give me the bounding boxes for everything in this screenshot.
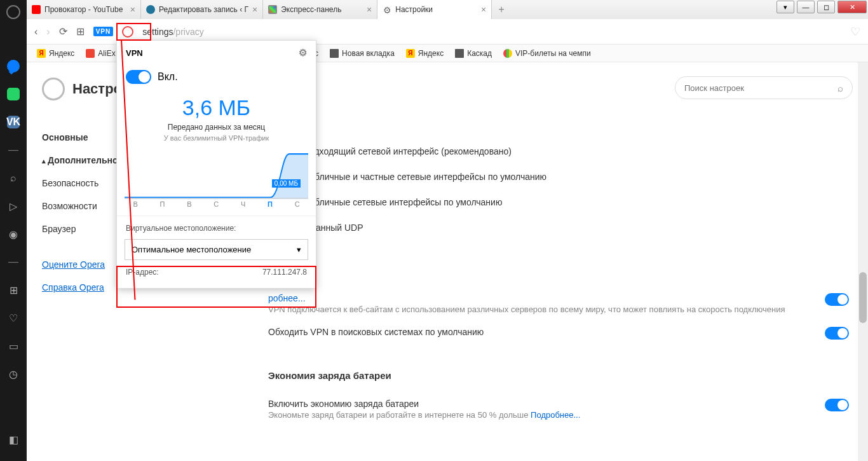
dash-icon: — bbox=[7, 144, 20, 156]
bookmark-heart-icon[interactable]: ♡ bbox=[850, 25, 860, 39]
battery-toggle[interactable] bbox=[825, 399, 849, 411]
gear-icon[interactable]: ⚙ bbox=[299, 47, 307, 58]
bookmark-aliexpress[interactable]: AliEx bbox=[86, 49, 115, 58]
vertical-scrollbar[interactable] bbox=[858, 62, 868, 461]
tab-youtube[interactable]: Провокатор - YouTube × bbox=[27, 0, 141, 19]
vpn-badge[interactable]: VPN bbox=[93, 27, 114, 36]
vpn-ip-row: IP-адрес: 77.111.247.8 bbox=[125, 263, 308, 282]
battery-enable-label: Включить экономию заряда батареи bbox=[268, 399, 825, 409]
speeddial-favicon-icon bbox=[268, 5, 277, 14]
vpn-data-amount: 3,6 МБ bbox=[117, 95, 316, 120]
vpn-unlimited-caption: У вас безлимитный VPN-трафик bbox=[117, 134, 316, 142]
reload-button[interactable]: ⟳ bbox=[59, 25, 67, 38]
url-path-suffix: /privacy bbox=[173, 27, 203, 37]
back-button[interactable]: ‹ bbox=[34, 26, 37, 38]
bookmark-vip[interactable]: VIP-билеты на чемпи bbox=[503, 49, 591, 58]
vpn-chart-zero-label: 0,00 МБ bbox=[272, 179, 301, 188]
tab-close-icon[interactable]: × bbox=[252, 4, 257, 15]
history-icon[interactable]: ◷ bbox=[7, 368, 20, 380]
vk-icon[interactable]: VK bbox=[7, 116, 20, 128]
camera-icon[interactable]: ◉ bbox=[7, 228, 20, 240]
vpn-ip-label: IP-адрес: bbox=[126, 268, 159, 277]
window-controls: ▾ — ◻ ✕ bbox=[775, 0, 868, 14]
wordpress-favicon-icon bbox=[146, 5, 155, 14]
opera-sidebar: VK — ⌕ ▷ ◉ — ⊞ ♡ ▭ ◷ ◧ bbox=[0, 0, 27, 461]
yandex-icon: Я bbox=[406, 49, 415, 58]
play-icon[interactable]: ▷ bbox=[7, 200, 20, 212]
search-input[interactable] bbox=[684, 83, 837, 93]
vpn-usage-chart: 0,00 МБ bbox=[125, 148, 308, 199]
bookmark-kaskad[interactable]: Каскад bbox=[455, 49, 492, 58]
tab-title: Экспресс-панель bbox=[281, 5, 363, 14]
opera-logo-icon bbox=[42, 78, 65, 100]
tab-close-icon[interactable]: × bbox=[481, 4, 486, 15]
url-input[interactable]: settings/privacy bbox=[142, 27, 841, 37]
vpn-ip-value: 77.111.247.8 bbox=[262, 268, 307, 277]
vpn-description: VPN подключается к веб-сайтам с использо… bbox=[268, 305, 825, 314]
tab-speeddial[interactable]: Экспресс-панель × bbox=[263, 0, 377, 19]
chevron-down-icon: ▾ bbox=[297, 245, 301, 254]
opera-site-icon bbox=[122, 26, 133, 38]
url-path: settings bbox=[142, 27, 173, 37]
vpn-on-label: Вкл. bbox=[158, 71, 178, 83]
vpn-toggle[interactable] bbox=[825, 293, 849, 306]
tab-close-icon[interactable]: × bbox=[367, 4, 372, 15]
vpn-bypass-toggle[interactable] bbox=[825, 327, 849, 340]
vpn-popup-title: VPN bbox=[126, 48, 143, 58]
speeddial-button[interactable]: ⊞ bbox=[76, 25, 85, 38]
battery-description: Экономьте заряд батареи и работайте в ин… bbox=[268, 410, 825, 420]
opera-logo-icon[interactable] bbox=[6, 5, 20, 19]
dash-icon: — bbox=[7, 256, 20, 268]
battery-section: Экономия заряда батареи Включить экономи… bbox=[268, 370, 849, 426]
news-icon[interactable]: ▭ bbox=[7, 340, 20, 352]
heart-icon[interactable]: ♡ bbox=[7, 312, 20, 324]
vpn-popup: VPN ⚙ Вкл. 3,6 МБ Передано данных за мес… bbox=[116, 40, 316, 289]
webrtc-option[interactable]: ь только публичные сетевые интерфейсы по… bbox=[268, 189, 849, 215]
yandex-icon: Я bbox=[37, 49, 46, 58]
forward-button[interactable]: › bbox=[46, 26, 50, 38]
tab-close-icon[interactable]: × bbox=[130, 4, 135, 15]
settings-search[interactable]: ⌕ bbox=[675, 76, 853, 99]
youtube-favicon-icon bbox=[32, 5, 41, 14]
webrtc-option[interactable]: ь любой подходящий сетевой интерфейс (ре… bbox=[268, 139, 849, 164]
vpn-more-link[interactable]: робнее... bbox=[268, 293, 306, 303]
whatsapp-icon[interactable] bbox=[7, 88, 20, 100]
window-menu-button[interactable]: ▾ bbox=[776, 1, 794, 13]
tab-settings[interactable]: ⚙ Настройки × bbox=[377, 0, 492, 19]
tab-strip: Провокатор - YouTube × Редактировать зап… bbox=[27, 0, 868, 19]
messenger-icon[interactable] bbox=[7, 60, 20, 72]
bookmark-yandex2[interactable]: ЯЯндекс bbox=[406, 49, 444, 58]
aliexpress-icon bbox=[86, 49, 95, 58]
minimize-button[interactable]: — bbox=[797, 1, 815, 13]
tab-title: Настройки bbox=[395, 5, 477, 14]
maximize-button[interactable]: ◻ bbox=[817, 1, 835, 13]
webrtc-option[interactable]: епроксированный UDP bbox=[268, 215, 849, 240]
tab-wordpress[interactable]: Редактировать запись ‹ Г × bbox=[141, 0, 263, 19]
battery-more-link[interactable]: Подробнее... bbox=[531, 410, 580, 420]
apps-icon[interactable]: ⊞ bbox=[7, 284, 20, 296]
vpn-location-label: Виртуальное местоположение: bbox=[117, 216, 316, 237]
scrollbar-thumb[interactable] bbox=[859, 272, 867, 323]
vpn-popup-toggle[interactable] bbox=[126, 70, 151, 84]
vpn-data-caption: Передано данных за месяц bbox=[117, 123, 316, 132]
search-icon[interactable]: ⌕ bbox=[7, 172, 20, 184]
doc-icon bbox=[455, 49, 464, 58]
bookmark-newtab[interactable]: Новая вкладка bbox=[330, 49, 395, 58]
close-window-button[interactable]: ✕ bbox=[837, 1, 867, 13]
gear-favicon-icon: ⚙ bbox=[383, 5, 391, 14]
new-tab-button[interactable]: + bbox=[492, 0, 511, 19]
vpn-chart-days: В П В С Ч П С bbox=[117, 199, 316, 216]
vpn-section: VPN робнее... VPN подключается к веб-сай… bbox=[268, 265, 849, 346]
panel-toggle-icon[interactable]: ◧ bbox=[7, 433, 20, 446]
doc-icon bbox=[330, 49, 339, 58]
vpn-bypass-label: Обходить VPN в поисковых системах по умо… bbox=[268, 327, 825, 337]
battery-heading: Экономия заряда батареи bbox=[268, 370, 849, 381]
bookmark-yandex[interactable]: ЯЯндекс bbox=[37, 49, 74, 58]
search-icon: ⌕ bbox=[837, 83, 843, 93]
webrtc-option[interactable]: ь только публичные и частные сетевые инт… bbox=[268, 164, 849, 189]
tab-title: Провокатор - YouTube bbox=[44, 5, 126, 14]
tab-title: Редактировать запись ‹ Г bbox=[159, 5, 248, 14]
vpn-location-select[interactable]: Оптимальное местоположение ▾ bbox=[125, 239, 308, 260]
multi-icon bbox=[503, 49, 512, 58]
